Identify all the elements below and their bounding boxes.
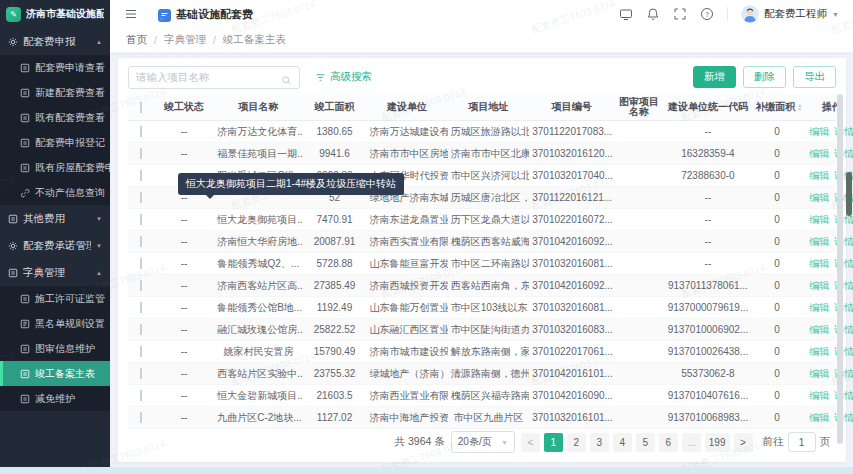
cell-status: -- — [154, 412, 214, 423]
cell-address: 历城区唐冶北区，... — [448, 191, 529, 205]
user-menu[interactable]: 配套费工程师 ▼ — [741, 5, 839, 23]
row-checkbox[interactable] — [140, 302, 142, 313]
table-row: --济南恒大华府房地...20087.91济南西实置业有限...槐荫区西客站威海… — [128, 231, 836, 253]
page-button-2[interactable]: 2 — [567, 433, 586, 452]
cell-supplement: 0 — [752, 148, 802, 159]
cell-code: 3701042016101... — [529, 368, 614, 379]
row-checkbox[interactable] — [140, 170, 142, 181]
page-button-199[interactable]: 199 — [705, 433, 730, 452]
page-size-select[interactable]: 20条/页 ▼ — [451, 431, 515, 453]
cell-builder: 济南西城投资开发... — [366, 279, 447, 293]
page-button-4[interactable]: 4 — [613, 433, 632, 452]
goto-page-input[interactable] — [788, 432, 816, 452]
search-icon[interactable] — [281, 72, 292, 83]
row-checkbox[interactable] — [140, 214, 142, 225]
cell-credit: -- — [664, 126, 753, 137]
horizontal-scrollbar[interactable] — [0, 467, 853, 474]
edit-link[interactable]: 编辑 — [809, 368, 829, 379]
edit-link[interactable]: 编辑 — [809, 148, 829, 159]
cell-supplement: 0 — [752, 346, 802, 357]
cell-supplement: 0 — [752, 236, 802, 247]
table-row: --恒大金碧新城项目...21603.5济南西业置业有限...槐荫区兴福寺路南.… — [128, 385, 836, 407]
table-scrollbar[interactable] — [837, 94, 843, 444]
row-checkbox[interactable] — [140, 412, 142, 423]
edit-link[interactable]: 编辑 — [809, 192, 829, 203]
select-all-checkbox[interactable] — [140, 102, 142, 113]
edit-link[interactable]: 编辑 — [809, 236, 829, 247]
edit-link[interactable]: 编辑 — [809, 324, 829, 335]
sidebar-item-label: 新建配套费查看 — [35, 86, 105, 100]
next-page-button[interactable]: > — [734, 433, 753, 452]
sidebar-item-图审信息维护[interactable]: 图审信息维护 — [0, 336, 110, 361]
app-logo-icon: ✎ — [6, 7, 21, 22]
help-icon[interactable]: ? — [700, 7, 714, 21]
tab-app[interactable]: 基础设施配套费 — [158, 7, 253, 22]
cell-supplement: 0 — [752, 214, 802, 225]
collapse-menu-icon[interactable] — [124, 7, 138, 21]
page-button-3[interactable]: 3 — [590, 433, 609, 452]
sidebar-item-新建配套费查看[interactable]: 新建配套费查看 — [0, 80, 110, 105]
sidebar-group-配套费申报[interactable]: 配套费申报▲ — [0, 28, 110, 55]
advanced-search-link[interactable]: 高级搜索 — [315, 70, 372, 84]
row-checkbox[interactable] — [140, 390, 142, 401]
doc-icon — [20, 294, 30, 304]
page-button-5[interactable]: 5 — [636, 433, 655, 452]
row-checkbox[interactable] — [140, 346, 142, 357]
row-checkbox[interactable] — [140, 324, 142, 335]
chevron-down-icon: ▼ — [96, 243, 102, 249]
edit-link[interactable]: 编辑 — [809, 346, 829, 357]
row-checkbox[interactable] — [140, 236, 142, 247]
pagination: 共 3964 条 20条/页 ▼ <123456...199> 前往 页 — [395, 431, 830, 453]
sidebar-item-配套费申报登记[interactable]: 配套费申报登记 — [0, 130, 110, 155]
row-checkbox[interactable] — [140, 126, 142, 137]
doc-icon — [20, 113, 30, 123]
pagination-total: 共 3964 条 — [395, 435, 445, 449]
edit-link[interactable]: 编辑 — [809, 170, 829, 181]
cell-code: 3701022017061... — [529, 346, 614, 357]
fullscreen-icon[interactable] — [673, 7, 687, 21]
row-checkbox[interactable] — [140, 280, 142, 291]
sidebar-item-不动产信息查询[interactable]: 不动产信息查询 — [0, 180, 110, 205]
search-input[interactable] — [136, 71, 275, 83]
sidebar-item-配套费申请查看[interactable]: 配套费申请查看 — [0, 55, 110, 80]
edit-link[interactable]: 编辑 — [809, 280, 829, 291]
row-checkbox[interactable] — [140, 148, 142, 159]
edit-link[interactable]: 编辑 — [809, 390, 829, 401]
edit-link[interactable]: 编辑 — [809, 412, 829, 423]
add-button[interactable]: 新增 — [693, 66, 736, 88]
cell-credit: -- — [664, 214, 753, 225]
sidebar-item-黑名单规则设置[interactable]: 黑名单规则设置 — [0, 311, 110, 336]
bell-icon[interactable] — [646, 7, 660, 21]
breadcrumb-dict[interactable]: 字典管理 — [164, 33, 206, 47]
page-button-6[interactable]: 6 — [659, 433, 678, 452]
cell-area: 21603.5 — [303, 390, 367, 401]
chevron-down-icon: ▼ — [96, 216, 102, 222]
row-checkbox[interactable] — [140, 192, 142, 203]
cell-code: 3701032016083... — [529, 324, 614, 335]
window-scrollbar-thumb[interactable] — [846, 172, 852, 216]
sidebar-group-其他费用[interactable]: 其他费用▼ — [0, 205, 110, 232]
delete-button[interactable]: 删除 — [743, 66, 786, 88]
row-checkbox[interactable] — [140, 368, 142, 379]
sidebar-item-既有配套费查看[interactable]: 既有配套费查看 — [0, 105, 110, 130]
sidebar-item-减免维护[interactable]: 减免维护 — [0, 386, 110, 411]
breadcrumb-home[interactable]: 首页 — [126, 33, 147, 47]
app-logo-row: ✎ 济南市基础设施配... — [0, 0, 110, 28]
sidebar-group-字典管理[interactable]: 字典管理▲ — [0, 259, 110, 286]
edit-link[interactable]: 编辑 — [809, 126, 829, 137]
row-checkbox[interactable] — [140, 258, 142, 269]
monitor-icon[interactable] — [619, 7, 633, 21]
prev-page-button[interactable]: < — [521, 433, 540, 452]
sidebar-group-配套费承诺管理[interactable]: 配套费承诺管理▼ — [0, 232, 110, 259]
page-button-1[interactable]: 1 — [544, 433, 563, 452]
goto-page: 前往 页 — [763, 432, 831, 452]
table-row: --济南万达文化体育...1380.65济南万达城建设有...历城区旅游路以北.… — [128, 121, 836, 143]
edit-link[interactable]: 编辑 — [809, 258, 829, 269]
sidebar-item-竣工备案主表[interactable]: 竣工备案主表 — [0, 361, 110, 386]
export-button[interactable]: 导出 — [793, 66, 836, 88]
sidebar-item-既有房屋配套费申报[interactable]: 既有房屋配套费申报 — [0, 155, 110, 180]
column-header-补缴面积[interactable]: 补缴面积▲▼ — [752, 100, 802, 114]
sidebar-item-施工许可证监管[interactable]: 施工许可证监管 — [0, 286, 110, 311]
edit-link[interactable]: 编辑 — [809, 302, 829, 313]
edit-link[interactable]: 编辑 — [809, 214, 829, 225]
